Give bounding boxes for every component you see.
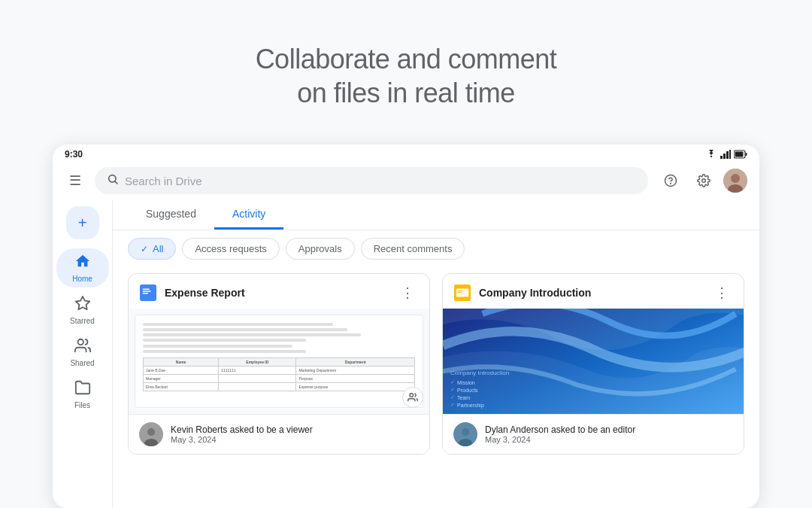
company-intro-title: Company Introduction <box>479 287 703 299</box>
starred-label: Starred <box>70 317 95 325</box>
tabs-bar: Suggested Activity <box>113 200 759 230</box>
svg-point-16 <box>77 339 83 345</box>
expense-card-footer: Kevin Roberts asked to be a viewer May 3… <box>129 414 429 454</box>
wifi-icon <box>705 150 717 159</box>
device-frame: 9:30 ☰ <box>53 144 759 508</box>
sidebar-item-files[interactable]: Files <box>56 375 109 414</box>
expense-report-preview: NameEmployee IDDepartment Jane B.Doe1111… <box>129 309 429 414</box>
svg-point-21 <box>410 394 414 397</box>
headline-line1: Collaborate and comment <box>256 44 557 75</box>
expense-menu-button[interactable]: ⋮ <box>396 283 419 303</box>
shared-label: Shared <box>70 359 94 367</box>
sidebar-item-starred[interactable]: Starred <box>56 291 109 330</box>
doc-preview-content: NameEmployee IDDepartment Jane B.Doe1111… <box>135 315 423 408</box>
expense-user-name: Kevin Roberts asked to be a viewer <box>171 424 313 435</box>
filter-chips: ✓ All Access requests Approvals Recent c… <box>113 230 759 267</box>
chip-recent-comments[interactable]: Recent comments <box>361 238 465 260</box>
sidebar: + Home Starred <box>53 200 113 508</box>
svg-rect-28 <box>458 292 462 293</box>
headline: Collaborate and comment on files in real… <box>256 0 557 144</box>
svg-point-23 <box>147 428 155 436</box>
kevin-avatar <box>139 422 163 446</box>
svg-point-10 <box>671 183 671 184</box>
top-bar: ☰ Search in Drive <box>53 163 759 200</box>
company-user-name: Dylan Anderson asked to be an editor <box>485 424 635 435</box>
expense-user-date: May 3, 2024 <box>171 435 313 444</box>
svg-rect-0 <box>720 156 723 159</box>
svg-marker-15 <box>75 297 89 309</box>
dylan-avatar <box>453 422 477 446</box>
company-intro-preview: Company Introduction ✓ Mission ✓ Product… <box>443 309 744 414</box>
svg-point-11 <box>702 179 706 183</box>
expense-report-card[interactable]: Expense Report ⋮ <box>128 273 430 455</box>
company-card-footer: Dylan Anderson asked to be an editor May… <box>443 414 744 454</box>
slides-content-overlay: Company Introduction ✓ Mission ✓ Product… <box>450 370 509 408</box>
shared-icon <box>74 337 91 357</box>
signal-icon <box>720 150 731 159</box>
svg-rect-2 <box>726 151 729 159</box>
svg-rect-18 <box>143 289 150 290</box>
expense-table: NameEmployee IDDepartment Jane B.Doe1111… <box>143 357 415 391</box>
svg-point-31 <box>462 428 469 436</box>
star-icon <box>74 295 91 315</box>
slides-bullets: ✓ Mission ✓ Products ✓ Team ✓ Partnershi… <box>450 379 509 408</box>
help-button[interactable] <box>657 167 684 194</box>
settings-button[interactable] <box>690 167 717 194</box>
battery-icon <box>734 150 747 159</box>
card-header-expense: Expense Report ⋮ <box>129 274 429 309</box>
svg-rect-20 <box>143 293 148 294</box>
svg-line-8 <box>115 181 117 184</box>
files-icon <box>74 379 91 400</box>
card-header-company: Company Introduction ⋮ <box>443 274 744 309</box>
svg-point-13 <box>731 174 740 183</box>
user-avatar-button[interactable] <box>723 169 747 193</box>
menu-button[interactable]: ☰ <box>65 168 86 193</box>
status-icons <box>705 150 747 159</box>
sidebar-item-home[interactable]: Home <box>56 248 109 287</box>
expense-user-info: Kevin Roberts asked to be a viewer May 3… <box>171 424 313 444</box>
chip-all[interactable]: ✓ All <box>128 238 176 260</box>
svg-rect-1 <box>723 154 726 159</box>
svg-rect-3 <box>729 150 731 159</box>
svg-rect-27 <box>458 291 463 291</box>
search-placeholder: Search in Drive <box>125 175 202 187</box>
doc-icon <box>139 284 157 302</box>
svg-rect-19 <box>143 291 151 291</box>
svg-rect-17 <box>140 284 156 301</box>
chip-access-requests[interactable]: Access requests <box>182 238 279 260</box>
top-bar-actions <box>657 167 747 194</box>
main-area: + Home Starred <box>53 200 759 508</box>
chip-approvals[interactable]: Approvals <box>286 238 355 260</box>
tab-activity[interactable]: Activity <box>214 200 283 230</box>
company-menu-button[interactable]: ⋮ <box>710 283 733 303</box>
slides-icon <box>453 284 471 302</box>
home-icon <box>74 253 91 273</box>
cards-grid: Expense Report ⋮ <box>113 267 759 467</box>
search-bar[interactable]: Search in Drive <box>95 167 648 194</box>
company-user-date: May 3, 2024 <box>485 435 635 444</box>
status-bar: 9:30 <box>53 144 759 163</box>
company-user-info: Dylan Anderson asked to be an editor May… <box>485 424 635 444</box>
tab-suggested[interactable]: Suggested <box>128 200 214 230</box>
svg-rect-5 <box>746 153 747 156</box>
status-time: 9:30 <box>65 149 83 160</box>
headline-line2: on files in real time <box>297 78 515 108</box>
search-icon <box>107 173 119 188</box>
company-intro-card[interactable]: Company Introduction ⋮ <box>442 273 744 455</box>
sidebar-item-shared[interactable]: Shared <box>56 333 109 372</box>
fab-button[interactable]: + <box>66 206 99 239</box>
home-label: Home <box>72 275 92 283</box>
check-icon: ✓ <box>141 244 148 254</box>
share-icon <box>402 387 423 408</box>
slides-company-title: Company Introduction <box>450 370 509 376</box>
svg-rect-6 <box>735 152 744 157</box>
content-area: Suggested Activity ✓ All Access requests… <box>113 200 759 508</box>
expense-report-title: Expense Report <box>165 287 389 299</box>
files-label: Files <box>74 401 90 409</box>
